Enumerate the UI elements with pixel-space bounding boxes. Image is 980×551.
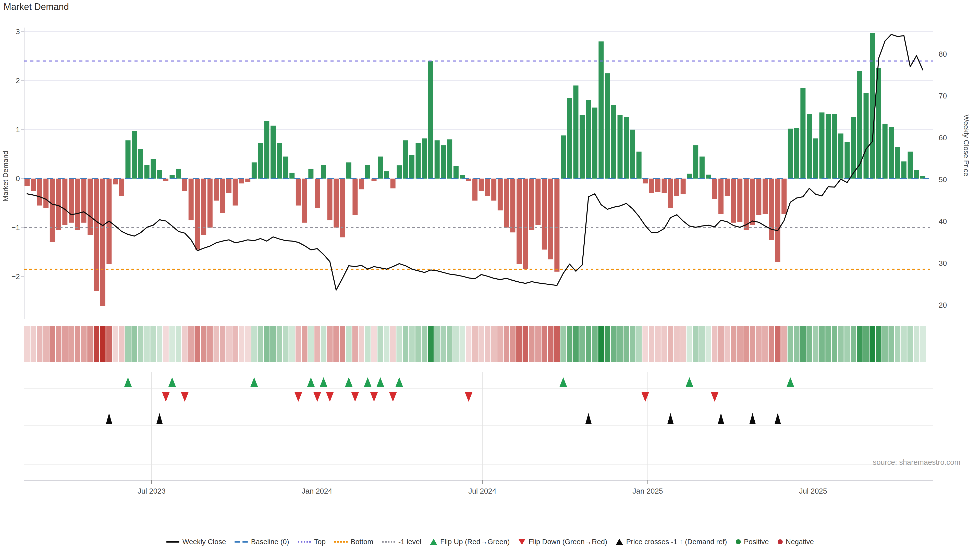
demand-bar-negative (182, 179, 187, 191)
heatmap-cell (497, 326, 503, 362)
right-tick-label: 80 (939, 50, 947, 58)
demand-bar-negative (75, 179, 80, 230)
heatmap-cell (706, 326, 711, 362)
dotted-line-glyph-icon (298, 541, 311, 543)
heatmap-cell (453, 326, 459, 362)
source-note: source: sharemaestro.com (873, 458, 939, 467)
demand-bar-negative (731, 179, 736, 223)
heatmap-cell (359, 326, 364, 362)
heatmap-cell (825, 326, 831, 362)
heatmap-cell (737, 326, 743, 362)
demand-bar-positive (346, 162, 352, 179)
demand-bar-positive (807, 114, 812, 179)
heatmap-cell (150, 326, 156, 362)
heatmap-cell (548, 326, 554, 362)
heatmap-cell (895, 326, 900, 362)
heatmap-cell (579, 326, 585, 362)
legend-item: Top (298, 538, 326, 546)
heatmap-cell (144, 326, 150, 362)
demand-bar-negative (523, 179, 528, 269)
demand-bar-positive (378, 157, 383, 179)
demand-bar-positive (857, 71, 862, 179)
heatmap-cell (901, 326, 907, 362)
heatmap-cell (529, 326, 535, 362)
demand-bar-positive (384, 171, 389, 179)
heatmap-cell (687, 326, 692, 362)
demand-bar-negative (239, 179, 244, 183)
heatmap-cell (460, 326, 465, 362)
dot-segment (388, 541, 390, 543)
heatmap-cell (100, 326, 106, 362)
demand-bar-positive (598, 41, 604, 179)
heatmap-cell (712, 326, 718, 362)
heatmap-cell (201, 326, 207, 362)
legend-item-label: -1 level (398, 538, 422, 546)
heatmap-cell (289, 326, 295, 362)
demand-bar-positive (416, 143, 421, 179)
heatmap-cell (346, 326, 352, 362)
demand-bar-negative (201, 179, 206, 235)
heatmap-cell (466, 326, 471, 362)
dashed-line-glyph-icon (234, 541, 248, 543)
legend: Weekly CloseBaseline (0)TopBottom-1 leve… (0, 538, 980, 546)
dot-segment (391, 541, 392, 543)
demand-bar-positive (409, 155, 414, 179)
heatmap-cell (699, 326, 705, 362)
dot-segment (334, 541, 336, 543)
legend-item-label: Positive (744, 538, 769, 546)
demand-bar-positive (422, 138, 427, 179)
demand-bar-negative (781, 179, 787, 214)
legend-item-label: Baseline (0) (251, 538, 289, 546)
heatmap-cell (832, 326, 837, 362)
flip-down-marker (711, 392, 718, 402)
heatmap-cell (119, 326, 124, 362)
legend-item-label: Bottom (351, 538, 373, 546)
heatmap-cell (62, 326, 68, 362)
legend-item: Bottom (334, 538, 373, 546)
flip-down-marker (294, 392, 302, 402)
demand-bar-positive (611, 105, 616, 179)
flip-up-marker (320, 377, 328, 387)
x-tick-label: Jul 2023 (138, 487, 165, 495)
heatmap-cell (49, 326, 55, 362)
heatmap-cell (447, 326, 452, 362)
demand-bar-negative (504, 179, 509, 227)
flip-down-marker (181, 392, 189, 402)
flip-up-marker (686, 377, 693, 387)
demand-bar-negative (88, 179, 93, 235)
heatmap-cell (163, 326, 169, 362)
heatmap-cell (415, 326, 421, 362)
demand-bar-negative (485, 179, 490, 196)
heatmap-cell (870, 326, 875, 362)
heatmap-cell (384, 326, 390, 362)
heatmap-cell (24, 326, 30, 362)
heatmap-cell (157, 326, 162, 362)
heatmap-cell (662, 326, 667, 362)
heatmap-cell (554, 326, 560, 362)
demand-bar-positive (251, 162, 257, 179)
heatmap-cell (611, 326, 617, 362)
dot-icon (778, 539, 783, 545)
heatmap-cell (680, 326, 686, 362)
right-tick-label: 70 (939, 92, 947, 100)
demand-bar-positive (125, 140, 130, 179)
heatmap-cell (333, 326, 339, 362)
demand-bar-positive (428, 61, 433, 179)
heatmap-cell (668, 326, 673, 362)
demand-bar-negative (68, 179, 74, 223)
heatmap-cell (510, 326, 515, 362)
demand-bar-positive (403, 140, 408, 179)
demand-bar-positive (264, 121, 269, 179)
heatmap-cell (428, 326, 434, 362)
demand-bar-negative (473, 179, 477, 200)
dot-segment (298, 541, 299, 543)
demand-bar-negative (744, 179, 749, 230)
heatmap-cell (94, 326, 99, 362)
demand-bar-positive (258, 143, 263, 179)
flip-down-marker (465, 392, 473, 402)
heatmap-cell (743, 326, 749, 362)
dot-segment (343, 541, 345, 543)
demand-bar-positive (573, 86, 578, 179)
left-tick-label: 3 (16, 27, 20, 36)
heatmap-cell (674, 326, 679, 362)
